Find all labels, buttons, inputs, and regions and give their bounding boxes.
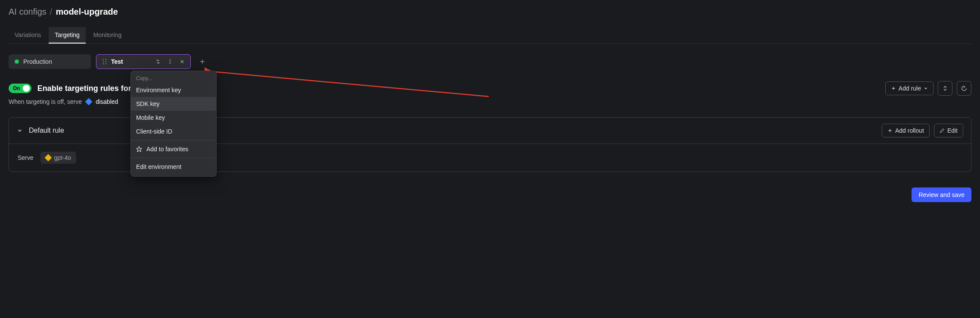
close-icon[interactable] xyxy=(177,57,187,66)
button-label: Edit xyxy=(947,127,958,134)
add-environment-button[interactable] xyxy=(196,55,209,68)
plus-icon xyxy=(891,86,896,91)
add-rollout-button[interactable]: Add rollout xyxy=(882,124,930,137)
menu-item-add-favorites[interactable]: Add to favorites xyxy=(131,142,216,156)
rule-title: Default rule xyxy=(29,127,64,134)
svg-point-5 xyxy=(105,63,106,64)
environment-selector-row: Production Test Copy... Environment key … xyxy=(9,54,971,69)
svg-point-1 xyxy=(105,59,106,60)
env-name-label: Production xyxy=(23,58,52,65)
variation-diamond-icon xyxy=(44,154,52,162)
svg-point-2 xyxy=(103,61,104,62)
breadcrumb: AI configs / model-upgrade xyxy=(9,7,971,17)
svg-point-8 xyxy=(170,63,171,64)
more-vertical-icon[interactable] xyxy=(165,57,175,66)
env-context-menu: Copy... Environment key SDK key Mobile k… xyxy=(130,71,217,177)
serve-label: Serve xyxy=(18,154,34,161)
refresh-button[interactable] xyxy=(957,81,971,96)
tab-variations[interactable]: Variations xyxy=(9,27,47,44)
menu-header: Copy... xyxy=(131,74,216,83)
menu-item-sdk-key[interactable]: SDK key xyxy=(131,97,216,111)
add-rule-button[interactable]: Add rule xyxy=(885,81,933,95)
menu-item-edit-environment[interactable]: Edit environment xyxy=(131,160,216,174)
chevron-down-icon xyxy=(924,86,928,90)
review-save-button[interactable]: Review and save xyxy=(912,187,971,202)
breadcrumb-separator: / xyxy=(50,7,53,17)
env-name-label: Test xyxy=(111,58,123,65)
toggle-knob xyxy=(23,85,30,92)
env-chip-test[interactable]: Test xyxy=(96,54,191,69)
env-chip-production[interactable]: Production xyxy=(9,54,91,69)
plus-icon xyxy=(887,128,893,133)
star-icon xyxy=(136,146,142,152)
svg-point-0 xyxy=(103,59,104,60)
chevron-down-icon[interactable] xyxy=(17,128,23,134)
menu-item-mobile-key[interactable]: Mobile key xyxy=(131,111,216,125)
menu-item-label: Add to favorites xyxy=(146,146,188,153)
svg-point-3 xyxy=(105,61,106,62)
footer: Review and save xyxy=(9,187,971,202)
compare-icon[interactable] xyxy=(153,57,163,66)
off-serve-value: disabled xyxy=(96,98,118,105)
svg-marker-9 xyxy=(136,147,142,152)
menu-separator xyxy=(131,158,216,158)
variation-diamond-icon xyxy=(85,98,93,106)
breadcrumb-parent[interactable]: AI configs xyxy=(9,7,47,17)
collapse-all-button[interactable] xyxy=(938,81,952,96)
pencil-icon xyxy=(940,128,945,133)
button-label: Add rollout xyxy=(895,127,924,134)
drag-handle-icon[interactable] xyxy=(102,59,107,65)
serve-value-pill[interactable]: gpt-4o xyxy=(40,152,77,164)
off-serve-prefix: When targeting is off, serve xyxy=(9,98,82,105)
svg-point-4 xyxy=(103,63,104,64)
svg-point-7 xyxy=(170,61,171,62)
tab-bar: Variations Targeting Monitoring xyxy=(9,27,971,44)
edit-rule-button[interactable]: Edit xyxy=(934,124,963,137)
menu-separator xyxy=(131,140,216,140)
menu-item-client-side-id[interactable]: Client-side ID xyxy=(131,125,216,138)
targeting-toggle[interactable]: On xyxy=(9,84,31,93)
env-status-dot xyxy=(15,59,19,64)
svg-point-6 xyxy=(170,59,171,60)
button-label: Add rule xyxy=(899,85,921,92)
tab-targeting[interactable]: Targeting xyxy=(49,27,86,44)
tab-monitoring[interactable]: Monitoring xyxy=(87,27,127,44)
toggle-label: On xyxy=(13,85,20,91)
breadcrumb-current: model-upgrade xyxy=(56,7,118,17)
serve-value: gpt-4o xyxy=(54,154,71,161)
menu-item-environment-key[interactable]: Environment key xyxy=(131,83,216,97)
